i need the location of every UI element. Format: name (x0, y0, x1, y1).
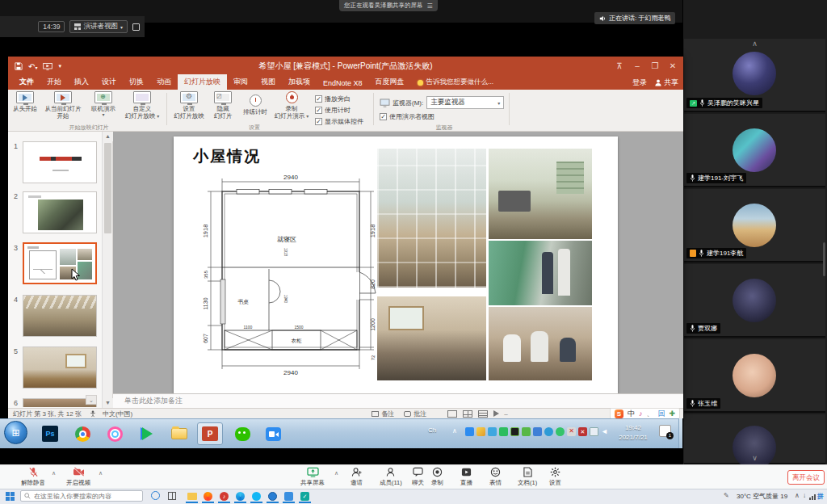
floorplan-drawing[interactable]: 2940 2940 1918 355 1130 607 1918 820 120… (191, 170, 377, 382)
slide-sorter-icon[interactable] (463, 410, 472, 418)
scroll-up-icon[interactable]: ▲ (103, 132, 113, 141)
tray-monitor-icon[interactable] (590, 427, 598, 436)
scrollbar-thumb[interactable] (104, 143, 111, 233)
pen-icon[interactable]: ✎ (724, 492, 729, 499)
members-button[interactable]: 成员(11) (380, 467, 402, 487)
photos-icon[interactable] (283, 490, 295, 502)
sogou-ime-toolbar[interactable]: S 中 ♪ 、 回 ✚ (610, 408, 680, 419)
view-mode-button[interactable]: 演讲者视图 ▾ (69, 20, 128, 33)
collapse-up-icon[interactable]: ∧ (684, 40, 825, 48)
unmute-button[interactable]: 解除静音 (21, 467, 45, 487)
start-video-button[interactable]: 开启视频 (66, 467, 90, 487)
settings-button[interactable]: 设置 (549, 467, 561, 487)
tab-design[interactable]: 设计 (95, 74, 123, 90)
tray-icon[interactable] (499, 427, 508, 436)
share-screen-button[interactable]: 共享屏幕 (300, 467, 325, 487)
start-orb-icon[interactable]: ⊞ (4, 421, 27, 444)
tray-icon[interactable] (544, 427, 553, 436)
weather-widget[interactable]: 30°C 空气质量 19 (737, 492, 787, 501)
scroll-down-icon[interactable]: ▼ (103, 398, 113, 408)
tencent-meeting-icon[interactable] (260, 422, 286, 445)
qat-more-icon[interactable]: ▾ (58, 63, 61, 69)
language-bar[interactable]: Ch (428, 426, 436, 434)
tab-slideshow[interactable]: 幻灯片放映 (178, 74, 227, 90)
download-icon[interactable]: ↓ (803, 492, 806, 499)
tab-addins[interactable]: 加载项 (282, 74, 317, 90)
powerpoint-taskbar-icon[interactable]: P (197, 422, 223, 445)
ime-toolbox-icon[interactable]: ✚ (669, 410, 675, 418)
participant-tile[interactable]: ∧ ↗ 吴泽鹏的笑眯兴星 (684, 39, 825, 112)
monitor-select[interactable]: 主要监视器▾ (426, 96, 504, 109)
participant-tile[interactable]: ∨ (684, 414, 825, 464)
share-button[interactable]: 共享 (655, 78, 678, 88)
tray-expand-icon[interactable]: ∧ (795, 492, 800, 499)
firefox-icon[interactable] (202, 490, 214, 502)
from-beginning-button[interactable]: 从头开始 (10, 91, 40, 112)
ppt-minimize-button[interactable]: – (628, 57, 646, 76)
task-view-icon[interactable] (168, 492, 176, 500)
slide-thumbnail-1[interactable] (23, 141, 97, 183)
tray-icon[interactable] (522, 427, 531, 436)
ppt-close-button[interactable]: ✕ (664, 57, 682, 76)
tray-icon[interactable] (556, 427, 565, 436)
from-current-slide-button[interactable]: 从当前幻灯片 开始 (40, 91, 86, 120)
start-slideshow-icon[interactable] (43, 63, 52, 70)
photo-sunroom[interactable] (377, 149, 486, 288)
photoshop-icon[interactable]: Ps (37, 422, 63, 445)
chat-button[interactable]: 聊天 (412, 467, 424, 487)
ime-punct-icon[interactable]: 、 (646, 409, 653, 419)
tray-icon[interactable] (510, 427, 519, 436)
photo-room-bicycle[interactable] (377, 296, 486, 380)
search-input[interactable] (34, 493, 139, 500)
leave-meeting-button[interactable]: 离开会议 (787, 470, 825, 485)
ime-board-icon[interactable]: 回 (657, 409, 665, 419)
photo-room-printer[interactable] (489, 149, 592, 239)
netease-music-icon[interactable]: ♪ (218, 490, 230, 502)
zoom-out-icon[interactable]: – (504, 410, 507, 418)
tab-insert[interactable]: 插入 (68, 74, 95, 90)
browser-icon[interactable] (267, 490, 279, 502)
slide-thumbnail-4[interactable] (23, 295, 97, 337)
photo-people-sitting[interactable] (489, 307, 592, 380)
participant-tile[interactable]: 建学191李航 (684, 189, 825, 262)
play-narration-checkbox[interactable]: ✓播放旁白 (315, 94, 351, 103)
wechat-icon[interactable] (229, 422, 255, 445)
cortana-icon[interactable] (151, 491, 160, 500)
tray-icon[interactable] (465, 427, 474, 436)
tray-icon[interactable] (476, 427, 485, 436)
tab-file[interactable]: 文件 (13, 74, 40, 90)
language-indicator[interactable]: 中文(中国) (103, 410, 132, 418)
show-desktop-button[interactable] (678, 418, 682, 448)
tab-home[interactable]: 开始 (40, 74, 68, 90)
notification-icon[interactable]: 1 (659, 425, 671, 437)
emoji-button[interactable]: 表情 (489, 467, 502, 487)
participant-tile[interactable]: 贾双娜 (684, 264, 825, 338)
live-button[interactable]: 直播 (460, 467, 472, 487)
hide-slide-button[interactable]: ⧄ 隐藏 幻灯片 (208, 91, 237, 120)
taskbar-clock[interactable]: 19:42 2021/7/21 (611, 423, 656, 443)
tray-expand-icon[interactable]: ∧ (452, 427, 457, 435)
watching-banner[interactable]: 您正在观看吴泽鹏共享的屏幕 ☰ (339, 0, 438, 11)
sogou-logo-icon[interactable]: S (615, 410, 623, 418)
thumbnail-scrollbar[interactable]: ▲ ▼ (102, 132, 112, 408)
photo-green-cabinet-people[interactable] (489, 241, 592, 305)
slide-title[interactable]: 小屋情况 (193, 146, 261, 167)
tab-transitions[interactable]: 切换 (123, 74, 150, 90)
wifi-signal-icon[interactable] (809, 494, 816, 500)
custom-slideshow-button[interactable]: 自定义 幻灯片放映 ▾ (121, 91, 163, 120)
taskbar-search[interactable] (20, 490, 143, 502)
record-slideshow-button[interactable]: 录制 幻灯片演示 ▾ (271, 91, 312, 120)
ime-tool-icon[interactable]: ♪ (639, 410, 643, 418)
share-options-icon[interactable]: ∧ (334, 470, 338, 477)
edge-icon[interactable] (234, 490, 246, 502)
slide-thumbnail-2[interactable] (23, 191, 97, 233)
comments-toggle[interactable]: 批注 (404, 410, 426, 418)
participant-tile[interactable]: 建学191-刘宇飞 (684, 114, 825, 187)
save-icon[interactable] (15, 62, 23, 70)
tray-icon[interactable]: ✕ (567, 427, 576, 436)
use-timings-checkbox[interactable]: ✓使用计时 (315, 106, 351, 115)
show-media-controls-checkbox[interactable]: ✓显示媒体控件 (315, 117, 363, 126)
slideshow-view-icon[interactable] (493, 410, 499, 417)
tab-baidu[interactable]: 百度网盘 (369, 74, 411, 90)
slide-thumbnail-3-selected[interactable] (23, 242, 97, 284)
